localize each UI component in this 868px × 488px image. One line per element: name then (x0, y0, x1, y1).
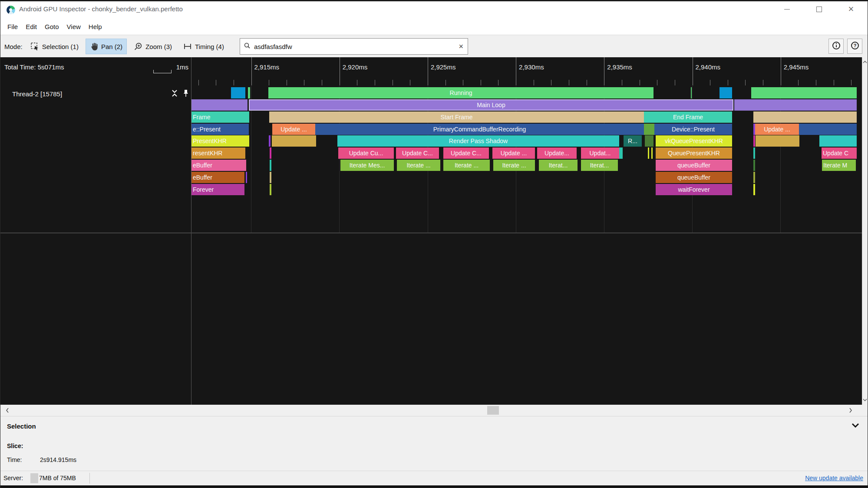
slice[interactable] (756, 135, 799, 147)
slice[interactable] (645, 135, 653, 147)
slice[interactable] (819, 135, 857, 147)
slice[interactable] (191, 99, 248, 111)
slice[interactable] (231, 87, 245, 98)
search-box[interactable]: × (240, 38, 468, 55)
ruler-tick-label: 2,915ms (254, 63, 280, 71)
slice[interactable]: Device::Present (654, 124, 732, 135)
slice[interactable]: waitForever (656, 184, 732, 195)
search-input[interactable] (253, 43, 458, 51)
slice[interactable]: Iterate M (822, 160, 856, 171)
info-button[interactable] (828, 39, 844, 54)
mode-button-timing[interactable]: Timing (4) (179, 39, 228, 54)
scroll-up-icon[interactable] (862, 59, 868, 65)
slice[interactable] (648, 147, 649, 159)
slice[interactable] (270, 172, 271, 183)
slice[interactable]: queueBuffer (656, 172, 732, 183)
ruler-minor-tick (498, 80, 498, 85)
vertical-scrollbar[interactable] (862, 57, 868, 405)
slice[interactable] (644, 124, 654, 135)
slice[interactable]: Iterate ... (493, 160, 535, 171)
slice[interactable] (691, 87, 692, 98)
slice[interactable]: PrimaryCommandBufferRecording (315, 124, 644, 135)
slice[interactable] (651, 147, 653, 159)
slice[interactable]: queueBuffer (656, 160, 732, 171)
slice[interactable]: Iterate ... (443, 160, 490, 171)
slice[interactable]: Update C (822, 147, 857, 159)
panel-collapse-button[interactable] (850, 422, 861, 430)
mode-button-zoom[interactable]: Zoom (3) (129, 39, 176, 54)
slice[interactable] (734, 99, 857, 111)
menu-item-file[interactable]: File (3, 21, 22, 32)
slice[interactable] (753, 172, 755, 183)
slice[interactable] (799, 124, 857, 135)
slice[interactable]: Iterat... (581, 160, 618, 171)
time-ruler[interactable]: Total Time: 5s071ms 1ms 2,915ms2,920ms2,… (0, 57, 862, 85)
menu-item-view[interactable]: View (63, 21, 85, 32)
help-button[interactable]: ? (847, 39, 862, 54)
slice[interactable]: Render Pass Shadow (337, 135, 619, 147)
slice[interactable]: Iterate ... (397, 160, 440, 171)
mode-button-selection[interactable]: Selection (1) (26, 39, 83, 54)
slice[interactable] (753, 135, 755, 147)
status-separator (89, 473, 90, 484)
slice[interactable]: Start Frame (269, 111, 644, 123)
slice[interactable] (751, 87, 857, 98)
slice[interactable]: Updat... (581, 147, 619, 159)
slice[interactable]: resentKHR (191, 147, 245, 159)
slice[interactable] (753, 184, 755, 195)
slice[interactable]: Update C... (443, 147, 489, 159)
slice[interactable]: Update ... (755, 124, 799, 135)
slice[interactable]: Update ... (492, 147, 535, 159)
slice[interactable] (270, 184, 271, 195)
slice[interactable]: Update Cu... (338, 147, 394, 159)
slice[interactable] (272, 135, 316, 147)
search-clear-icon[interactable]: × (458, 43, 464, 50)
maximize-button[interactable] (810, 0, 828, 18)
slice-label: Main Loop (477, 102, 505, 108)
slice[interactable]: Update... (537, 147, 577, 159)
track-canvas[interactable]: RunningMain LoopFrameStart FrameEnd Fram… (191, 86, 862, 405)
menu-item-edit[interactable]: Edit (22, 21, 41, 32)
scroll-down-icon[interactable] (862, 397, 868, 403)
close-button[interactable]: × (842, 0, 860, 18)
mode-button-label: Timing (4) (195, 43, 224, 50)
menu-item-goto[interactable]: Goto (41, 21, 63, 32)
slice[interactable]: e::Present (191, 124, 249, 135)
slice[interactable] (753, 147, 755, 159)
slice[interactable]: R... (624, 135, 642, 147)
slice[interactable] (619, 147, 623, 159)
slice[interactable]: Main Loop (249, 99, 733, 111)
slice[interactable] (753, 160, 755, 171)
slice[interactable] (270, 160, 271, 171)
slice[interactable] (269, 135, 271, 147)
slice[interactable] (719, 87, 732, 98)
horizontal-scrollbar[interactable] (0, 405, 868, 416)
slice[interactable]: Update ... (272, 124, 315, 135)
scroll-right-icon[interactable] (847, 406, 855, 415)
slice[interactable]: PresentKHR (191, 135, 249, 147)
slice[interactable]: Frame (191, 111, 249, 123)
slice[interactable]: End Frame (644, 111, 732, 123)
minimize-button[interactable] (778, 0, 795, 18)
slice[interactable] (248, 87, 250, 98)
slice[interactable]: Update C... (396, 147, 439, 159)
slice[interactable]: QueuePresentKHR (656, 147, 732, 159)
scroll-left-icon[interactable] (3, 406, 11, 415)
slice[interactable] (753, 111, 857, 123)
pin-track-button[interactable] (181, 89, 191, 99)
slice[interactable]: eBuffer (191, 172, 244, 183)
scrollbar-thumb[interactable] (487, 406, 499, 415)
slice[interactable]: eBuffer (191, 160, 246, 171)
menu-item-help[interactable]: Help (85, 21, 106, 32)
update-link[interactable]: New update available (805, 475, 863, 481)
collapse-track-button[interactable] (170, 89, 179, 99)
slice[interactable]: vkQueuePresentKHR (656, 135, 732, 147)
slice[interactable]: Forever (191, 184, 244, 195)
slice[interactable]: Iterat... (539, 160, 578, 171)
slice[interactable]: Running (268, 87, 653, 98)
mode-button-pan[interactable]: Pan (2) (86, 39, 127, 54)
slice[interactable] (270, 147, 271, 159)
slice[interactable]: Iterate Mes... (340, 160, 394, 171)
splitter[interactable] (0, 233, 862, 233)
slice[interactable] (246, 172, 247, 183)
